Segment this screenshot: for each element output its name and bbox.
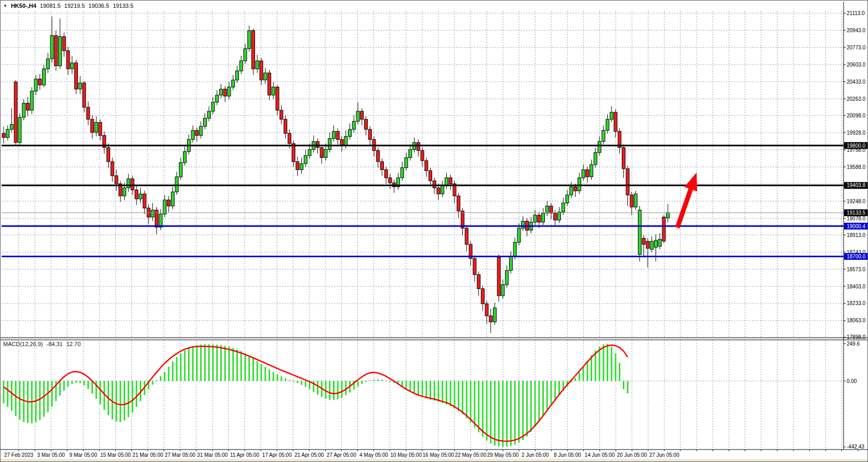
bull-candle	[50, 36, 54, 59]
bear-candle	[260, 61, 263, 80]
macd-histogram-bar	[200, 345, 202, 381]
bear-candle	[449, 178, 452, 184]
macd-signal-line	[4, 345, 627, 441]
bull-candle	[598, 141, 601, 152]
macd-histogram-bar	[522, 381, 524, 440]
symbol-dropdown-icon[interactable]: ▼	[3, 4, 7, 8]
macd-histogram-bar	[180, 353, 182, 381]
macd-histogram-bar	[482, 381, 484, 437]
macd-histogram-bar	[599, 347, 600, 381]
bull-candle	[34, 79, 37, 91]
macd-histogram-bar	[19, 381, 21, 420]
bull-candle	[220, 89, 223, 95]
macd-histogram-bar	[409, 381, 411, 391]
macd-histogram-bar	[100, 381, 101, 404]
macd-histogram-bar	[301, 381, 302, 385]
bear-candle	[642, 238, 645, 244]
macd-histogram-bar	[607, 344, 608, 381]
macd-histogram-bar	[361, 381, 363, 384]
time-axis-label: 27 Feb 2023	[4, 452, 34, 458]
bull-candle	[30, 91, 33, 110]
macd-histogram-bar	[381, 380, 383, 381]
bear-candle	[99, 122, 102, 135]
macd-histogram-bar	[341, 381, 343, 398]
bear-candle	[360, 111, 364, 120]
macd-histogram-bar	[261, 364, 262, 381]
bull-candle	[159, 214, 162, 227]
bull-candle	[570, 187, 573, 195]
macd-histogram-bar	[87, 381, 89, 389]
bear-candle	[381, 162, 384, 170]
macd-histogram-bar	[232, 348, 234, 381]
macd-histogram-bar	[39, 381, 41, 420]
macd-histogram-bar	[59, 381, 61, 395]
bear-candle	[538, 215, 541, 222]
bull-candle	[199, 126, 203, 135]
bull-candle	[211, 102, 215, 111]
macd-histogram-bar	[63, 381, 65, 391]
macd-histogram-bar	[164, 372, 166, 381]
time-axis-label: 11 Apr 05:00	[230, 452, 259, 458]
macd-histogram-bar	[15, 381, 17, 416]
bear-candle	[368, 129, 371, 139]
bull-candle	[256, 61, 259, 69]
price-axis-tick-label: 18573.0	[847, 267, 866, 272]
bear-candle	[477, 274, 480, 288]
bull-candle	[95, 122, 98, 132]
chart-window: ▼ HK50-,H4 19081.5 19219.5 19036.5 19133…	[0, 0, 868, 462]
bull-candle	[634, 194, 637, 207]
bull-candle	[606, 120, 609, 130]
macd-histogram-bar	[293, 381, 295, 381]
macd-histogram-bar	[434, 381, 435, 401]
macd-histogram-bar	[535, 381, 536, 427]
macd-histogram-bar	[224, 346, 226, 381]
macd-histogram-bar	[136, 381, 137, 407]
time-axis-label: 17 Apr 05:00	[262, 452, 292, 458]
bull-candle	[71, 63, 74, 69]
macd-histogram-bar	[369, 380, 371, 381]
time-axis-label: 22 May 05:00	[455, 452, 487, 458]
bull-candle	[123, 188, 126, 196]
time-axis-label: 9 Mar 05:00	[70, 452, 98, 458]
macd-histogram-bar	[422, 381, 423, 397]
macd-name: MACD(12,26,9)	[3, 341, 43, 347]
bull-candle	[566, 195, 569, 203]
bull-candle	[655, 240, 658, 247]
bear-candle	[135, 190, 138, 199]
macd-histogram-bar	[269, 369, 270, 381]
bear-candle	[550, 206, 553, 213]
price-axis-tick-label: 20773.0	[847, 45, 866, 50]
macd-histogram-bar	[446, 381, 447, 404]
macd-histogram-bar	[119, 381, 121, 422]
macd-histogram-bar	[373, 379, 375, 381]
bear-candle	[131, 179, 134, 190]
price-level-badge-label: 18700.0	[847, 254, 866, 259]
price-level-badge-label: 19000.4	[847, 223, 866, 229]
bear-candle	[497, 257, 500, 296]
bull-candle	[349, 129, 352, 137]
bear-candle	[425, 161, 428, 170]
bear-candle	[320, 148, 323, 157]
bull-candle	[300, 164, 303, 170]
macd-histogram-bar	[551, 381, 552, 405]
macd-histogram-bar	[116, 381, 117, 421]
trend-arrow-annotation[interactable]	[675, 173, 697, 229]
macd-histogram-bar	[430, 381, 431, 400]
bear-candle	[143, 194, 146, 208]
macd-histogram-bar	[252, 358, 254, 381]
price-axis-tick-label: 18403.0	[847, 284, 866, 289]
bear-candle	[336, 131, 339, 140]
macd-histogram-bar	[514, 381, 516, 445]
macd-histogram-bar	[216, 345, 218, 381]
bull-candle	[344, 137, 348, 146]
macd-histogram-bar	[579, 373, 580, 381]
macd-value: -84.31	[46, 341, 62, 347]
chart-canvas[interactable]: 21113.020943.020773.020603.020433.020263…	[1, 1, 868, 462]
bull-candle	[22, 103, 25, 117]
price-axis-tick-label: 19928.0	[847, 130, 866, 136]
macd-histogram-bar	[196, 345, 198, 381]
bear-candle	[91, 120, 94, 133]
bull-candle	[43, 69, 46, 85]
bear-candle	[223, 89, 226, 96]
macd-histogram-bar	[538, 381, 540, 421]
